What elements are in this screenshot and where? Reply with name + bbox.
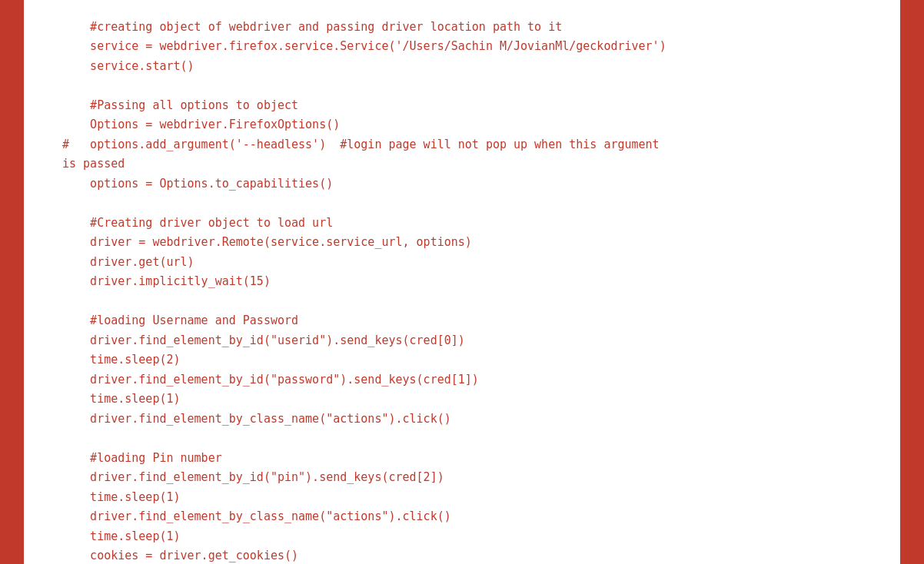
code-block: def load_kite_get_cookie(cred): url = 'h… — [62, 0, 862, 564]
code-container: def load_kite_get_cookie(cred): url = 'h… — [24, 0, 900, 564]
